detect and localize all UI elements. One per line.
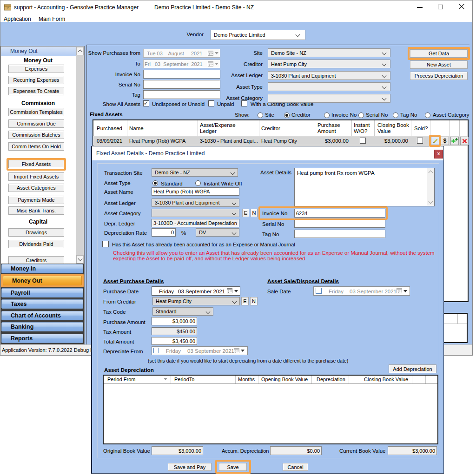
process-depreciation-button[interactable]: Process Depreciation (410, 72, 468, 80)
app-icon: ? (4, 4, 11, 11)
get-data-button[interactable]: Get Data (410, 49, 468, 58)
sidebar-item-commission-templates[interactable]: Commission Templates (8, 108, 64, 116)
window-title: support - Accounting - Gensolve Practice… (14, 4, 139, 11)
filter-type-select[interactable] (268, 82, 390, 91)
nav-reports[interactable]: Reports (1, 334, 83, 343)
sidebar-item-expenses[interactable]: Expenses (8, 65, 64, 73)
cell-sold-checkbox[interactable] (417, 138, 423, 144)
filter-from-label: Show Purchases from (70, 50, 140, 56)
nav-chart-of-accounts[interactable]: Chart of Accounts (1, 311, 83, 320)
sidebar-item-creditors[interactable]: Creditors (8, 256, 64, 264)
col-purchased[interactable]: Purchased (97, 126, 122, 131)
cell-purchase-amount: $3,000.00 (314, 138, 349, 144)
sidebar-item-drawings[interactable]: Drawings (8, 228, 64, 237)
closing-book-value-checkbox[interactable] (241, 100, 247, 106)
sidebar-item-commission-batches[interactable]: Commission Batches (8, 131, 64, 139)
dialog-close-x: x (437, 151, 440, 156)
show-creditor-label: Creditor (291, 112, 311, 118)
show-serial-label: Serial No (366, 112, 388, 118)
dollar-icon: $ (443, 138, 447, 144)
minimize-icon[interactable] (417, 7, 423, 8)
cell-instant-wo-checkbox[interactable] (360, 138, 366, 144)
row-add-button[interactable] (450, 137, 459, 145)
filter-site-select[interactable]: Demo Site - NZ (268, 48, 390, 57)
sidebar-header-capital: Capital (1, 218, 75, 225)
show-creditor-radio[interactable] (284, 112, 290, 118)
content-panel-border (86, 45, 469, 45)
show-site-radio[interactable] (258, 112, 263, 118)
show-tag-radio[interactable] (393, 112, 398, 118)
menu-application[interactable]: Application (4, 16, 31, 22)
filter-invoice-label: Invoice No (70, 72, 140, 77)
dialog-title: Fixed Asset Details - Demo Practice Limi… (96, 150, 205, 157)
sidebar-scroll-down[interactable] (76, 255, 84, 264)
col-ledger[interactable]: Asset/Expense Ledger (200, 122, 246, 134)
cell-ledger: 3-1030 - Plant and Equi... (200, 138, 258, 144)
new-asset-button[interactable]: New Asset (410, 60, 468, 69)
sidebar-item-commission-due[interactable]: Commission Due (8, 119, 64, 128)
show-tag-label: Tag No (400, 112, 417, 118)
vendor-select[interactable]: Demo Practice Limited (211, 30, 305, 40)
row-edit-button[interactable] (431, 137, 439, 145)
pencil-icon (432, 138, 438, 144)
sidebar-item-asset-categories[interactable]: Asset Categories (8, 184, 64, 192)
add-plus-icon (451, 138, 458, 144)
col-name[interactable]: Name (129, 126, 144, 131)
unpaid-label: Unpaid (217, 101, 234, 107)
filter-tag-label: Tag (70, 92, 140, 98)
filter-category-label: Asset Category (205, 95, 263, 101)
col-instant-wo[interactable]: Instant W/O? (354, 122, 374, 134)
col-creditor[interactable]: Creditor (261, 126, 280, 131)
nav-money-in[interactable]: Money In (1, 264, 83, 273)
sidebar-item-recurring-expenses[interactable]: Recurring Expenses (8, 76, 64, 84)
filter-creditor-select[interactable]: Heat Pump City (268, 60, 390, 68)
show-invoice-label: Invoice No (331, 112, 357, 118)
show-invoice-radio[interactable] (324, 112, 330, 118)
filter-ledger-label: Asset Ledger (205, 73, 263, 78)
window-subtitle: Demo Practice Limited - Demo Site - NZ (154, 4, 254, 11)
show-site-label: Site (265, 112, 274, 118)
sidebar-item-payments-made[interactable]: Payments Made (8, 196, 64, 204)
filter-category-select[interactable] (268, 94, 390, 103)
nav-banking[interactable]: Banking (1, 322, 83, 331)
menu-main-form[interactable]: Main Form (39, 16, 65, 22)
dialog-close-button[interactable]: x (434, 150, 443, 159)
col-purchase-amount[interactable]: Purchase Amount (317, 122, 346, 134)
sidebar-item-misc-bank-trans[interactable]: Misc Bank Trans. (8, 206, 64, 215)
svg-text:?: ? (7, 6, 9, 10)
filter-ledger-select[interactable]: 3-1030 Plant and Equipment (268, 71, 390, 80)
nav-payroll[interactable]: Payroll (1, 288, 83, 298)
filter-to-label: To (70, 61, 140, 66)
cell-purchased: 03/09/2021 (97, 138, 122, 144)
row-pay-button[interactable]: $ (441, 137, 449, 145)
delete-x-icon (462, 139, 467, 144)
sidebar-header-commission: Commission (1, 100, 75, 106)
undisposed-label: Undisposed or Unsold (152, 101, 205, 107)
show-category-label: Asset Category (433, 112, 469, 118)
sidebar-item-import-fixed-assets[interactable]: Import Fixed Assets (8, 172, 64, 181)
undisposed-checkbox[interactable] (143, 100, 149, 106)
sidebar-item-dividends-paid[interactable]: Dividends Paid (8, 240, 64, 248)
sidebar-item-fixed-assets[interactable]: Fixed Assets (8, 160, 64, 168)
sidebar-item-comm-items-on-hold[interactable]: Comm Items On Hold (8, 142, 64, 151)
unpaid-checkbox[interactable] (208, 100, 214, 106)
close-icon[interactable] (458, 3, 465, 10)
fixed-assets-section-label: Fixed Assets (90, 112, 123, 117)
vendor-value: Demo Practice Limited (214, 32, 265, 38)
maximize-icon[interactable] (438, 5, 443, 9)
col-sold[interactable]: Sold? (414, 126, 428, 131)
show-label: Show: (235, 112, 250, 118)
show-category-radio[interactable] (425, 112, 430, 118)
filter-creditor-label: Creditor (205, 61, 263, 67)
chevron-down-icon (78, 257, 83, 261)
sidebar-item-expenses-to-create[interactable]: Expenses To Create (8, 87, 64, 95)
nav-money-out[interactable]: Money Out (3, 276, 82, 285)
filter-type-label: Asset Type (205, 84, 263, 90)
filter-site-label: Site (205, 50, 263, 56)
col-closing-book-value[interactable]: Closing Book Value (377, 122, 411, 134)
row-delete-button[interactable] (460, 137, 469, 145)
nav-taxes[interactable]: Taxes (1, 299, 83, 309)
column-divider (457, 314, 458, 324)
show-serial-radio[interactable] (358, 112, 364, 118)
desktop: ? support - Accounting - Gensolve Practi… (0, 0, 476, 476)
